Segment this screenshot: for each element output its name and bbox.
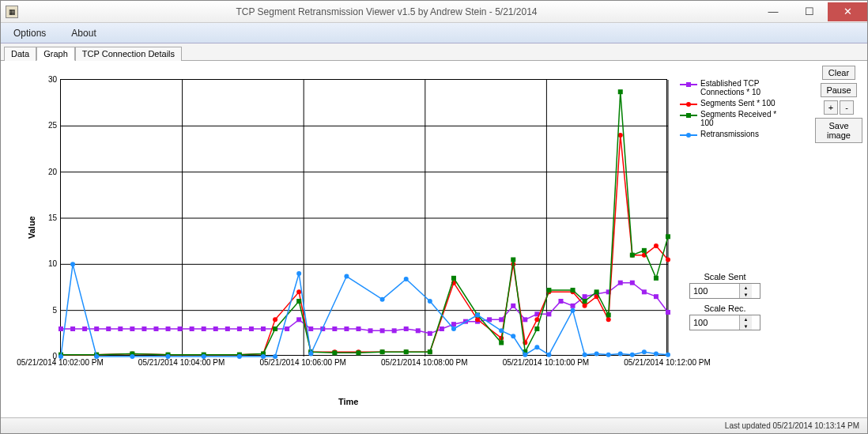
tab-details[interactable]: TCP Connection Details [75, 47, 182, 61]
legend-item-received: Segments Received * 100 [680, 110, 781, 127]
svg-rect-39 [404, 326, 409, 331]
menu-about[interactable]: About [65, 25, 102, 41]
svg-rect-107 [428, 349, 432, 354]
zoom-in-button[interactable]: + [824, 100, 838, 115]
svg-point-149 [606, 353, 611, 357]
svg-rect-22 [202, 326, 206, 331]
svg-point-78 [475, 317, 480, 322]
svg-point-139 [451, 326, 456, 331]
svg-rect-33 [332, 326, 337, 331]
save-image-button[interactable]: Save image [815, 118, 862, 143]
svg-rect-103 [332, 350, 337, 355]
svg-rect-25 [237, 326, 242, 331]
svg-rect-18 [153, 326, 158, 331]
scale-rec-up[interactable]: ▲ [740, 315, 752, 323]
svg-rect-111 [511, 258, 515, 262]
svg-point-151 [630, 353, 635, 357]
svg-point-143 [523, 353, 527, 357]
svg-rect-13 [94, 326, 99, 331]
svg-point-142 [511, 334, 515, 338]
svg-point-91 [654, 243, 659, 248]
scale-rec-down[interactable]: ▼ [740, 323, 752, 330]
svg-rect-51 [546, 311, 551, 316]
svg-rect-27 [261, 326, 266, 331]
legend-text-established: Established TCP Connections * 10 [700, 79, 781, 96]
tab-data[interactable]: Data [4, 47, 36, 61]
svg-point-134 [308, 352, 313, 357]
svg-rect-31 [308, 326, 313, 331]
svg-rect-21 [190, 326, 194, 331]
pause-button[interactable]: Pause [821, 83, 856, 97]
zoom-out-button[interactable]: - [840, 100, 854, 115]
svg-rect-120 [630, 253, 635, 258]
plot-area [60, 79, 667, 356]
svg-point-69 [273, 317, 277, 322]
svg-rect-37 [380, 328, 385, 333]
svg-rect-113 [534, 326, 539, 331]
titlebar: ▦ TCP Segment Retransmission Viewer v1.5… [1, 1, 867, 23]
legend-item-established: Established TCP Connections * 10 [680, 79, 781, 96]
scale-rec-label: Scale Rec. [689, 304, 760, 313]
svg-rect-101 [296, 299, 301, 304]
svg-point-140 [475, 313, 480, 318]
svg-rect-12 [82, 326, 87, 331]
status-bar: Last updated 05/21/2014 10:13:14 PM [1, 417, 867, 433]
svg-point-127 [130, 354, 134, 359]
legend-item-retrans: Retransmissions [680, 130, 781, 138]
svg-point-154 [666, 353, 670, 357]
svg-rect-114 [546, 288, 551, 292]
scale-rec-field[interactable] [690, 315, 739, 330]
content-area: Value Time 051015202530 05/21/2014 10:02… [1, 61, 867, 413]
svg-point-82 [534, 317, 539, 322]
scale-sent-field[interactable] [690, 284, 739, 298]
tabbar: Data Graph TCP Connection Details [1, 43, 867, 61]
svg-rect-100 [273, 326, 277, 331]
svg-point-152 [642, 349, 647, 354]
svg-rect-48 [511, 304, 515, 308]
svg-rect-30 [296, 317, 301, 322]
tab-graph[interactable]: Graph [36, 47, 75, 61]
svg-point-146 [571, 308, 576, 313]
svg-point-138 [428, 299, 432, 304]
svg-rect-14 [106, 326, 111, 331]
minimize-button[interactable]: — [755, 2, 791, 21]
svg-rect-160 [686, 113, 691, 118]
svg-rect-49 [523, 317, 527, 322]
svg-rect-60 [654, 294, 659, 299]
svg-point-144 [534, 345, 539, 349]
svg-rect-118 [606, 313, 611, 318]
close-button[interactable]: ✕ [828, 2, 867, 21]
app-icon: ▦ [6, 6, 18, 18]
svg-rect-121 [642, 248, 647, 253]
legend-text-sent: Segments Sent * 100 [700, 99, 776, 108]
menubar: Options About [1, 23, 867, 43]
menu-options[interactable]: Options [7, 25, 52, 41]
legend-item-sent: Segments Sent * 100 [680, 99, 781, 108]
svg-point-141 [499, 328, 504, 333]
scale-sent-input[interactable]: ▲▼ [689, 283, 760, 299]
svg-rect-116 [583, 299, 587, 304]
svg-rect-42 [440, 326, 444, 331]
scale-rec-input[interactable]: ▲▼ [689, 315, 760, 330]
scale-sent-up[interactable]: ▲ [740, 284, 752, 291]
svg-rect-11 [70, 326, 75, 331]
svg-rect-54 [583, 294, 587, 299]
svg-rect-24 [225, 326, 230, 331]
chart-wrapper: Value Time 051015202530 05/21/2014 10:02… [6, 64, 815, 413]
clear-button[interactable]: Clear [822, 66, 855, 80]
svg-rect-20 [178, 326, 183, 331]
svg-rect-52 [558, 299, 563, 304]
svg-rect-108 [451, 276, 456, 281]
svg-rect-35 [356, 326, 360, 331]
svg-rect-53 [571, 304, 576, 308]
svg-point-85 [583, 304, 587, 308]
svg-rect-40 [416, 328, 421, 333]
svg-rect-38 [392, 328, 397, 333]
scale-controls: Scale Sent ▲▼ Scale Rec. ▲▼ [689, 272, 760, 335]
maximize-button[interactable]: ☐ [791, 2, 828, 21]
svg-rect-47 [499, 317, 504, 322]
svg-rect-59 [642, 289, 647, 294]
svg-rect-17 [142, 326, 146, 331]
svg-rect-105 [380, 349, 385, 354]
scale-sent-down[interactable]: ▼ [740, 291, 752, 298]
